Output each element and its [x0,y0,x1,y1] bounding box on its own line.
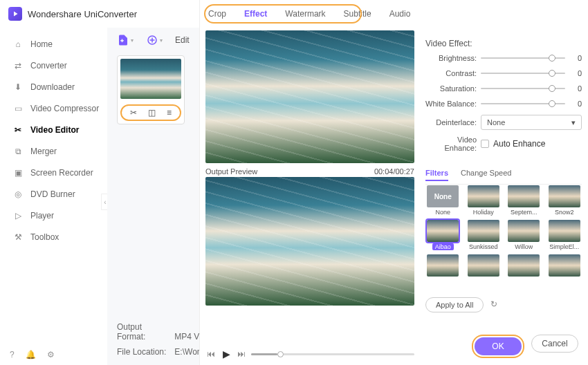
video-effect-title: Video Effect: [425,39,582,48]
crop-icon[interactable]: ◫ [148,108,156,118]
filter-thumb [508,220,540,242]
effect-panel: Crop Effect Watermark Subtitle Audio Out… [199,0,588,365]
compress-icon: ▭ [12,103,24,114]
preview-info: Output Preview 00:04/00:27 [205,167,414,176]
subtab-change-speed[interactable]: Change Speed [461,169,511,181]
refresh-icon[interactable]: ↻ [490,299,502,310]
filter-name: Holiday [473,209,494,216]
sidebar-item-recorder[interactable]: ▣Screen Recorder [0,162,107,183]
sidebar-item-downloader[interactable]: ⬇Downloader [0,76,107,97]
filter-item[interactable]: Sunkissed [466,220,502,250]
tab-subtitle[interactable]: Subtitle [344,9,371,19]
filter-item[interactable] [506,254,542,278]
settings-icon[interactable]: ⚙ [47,350,55,359]
filter-thumb [549,254,580,277]
filter-name: Willow [515,243,533,250]
auto-enhance-checkbox[interactable] [481,140,489,148]
filter-thumb [508,254,540,277]
ok-button[interactable]: OK [475,337,522,355]
player-icon: ▷ [12,210,24,221]
filter-item[interactable]: Holiday [466,185,502,216]
toolbox-icon: ⚒ [12,232,24,243]
seek-bar[interactable] [251,353,414,355]
deinterlace-row: Deinterlace: None▾ [425,115,582,130]
video-effect-controls: Video Effect: Brightness: 0 Contrast: 0 … [425,39,582,158]
filter-item[interactable]: Aibao [425,220,461,250]
thumbnail-tools: ✂ ◫ ≡ [120,104,181,121]
transport-controls: ⏮ ▶ ⏭ [205,348,414,359]
apply-to-all-button[interactable]: Apply to All [425,297,484,312]
tab-crop[interactable]: Crop [208,9,226,19]
saturation-slider[interactable] [481,88,565,89]
filter-item[interactable]: NoneNone [425,185,461,216]
tab-watermark[interactable]: Watermark [285,9,325,19]
preview-output [205,177,414,306]
filter-name: None [435,209,450,216]
filter-thumb [508,185,540,207]
chevron-down-icon: ▾ [160,37,163,44]
bell-icon[interactable]: 🔔 [26,350,36,359]
sidebar: ⌂Home ⇄Converter ⬇Downloader ▭Video Comp… [0,28,107,365]
enhance-label: Video Enhance: [425,135,481,152]
filter-item[interactable]: Willow [506,220,542,250]
edit-button[interactable]: Edit [175,35,190,45]
filter-item[interactable]: Snow2 [547,185,582,216]
filter-name: Septem... [511,209,538,216]
filter-item[interactable] [466,254,502,278]
filter-item[interactable]: Septem... [506,185,542,216]
contrast-slider[interactable] [481,73,565,74]
white-balance-label: White Balance: [425,100,481,108]
filter-grid: NoneNoneHolidaySeptem...Snow2AibaoSunkis… [425,185,582,278]
prev-frame-button[interactable]: ⏮ [205,348,217,359]
help-icon[interactable]: ? [10,350,15,359]
sidebar-item-editor[interactable]: ✂Video Editor [0,119,107,140]
deinterlace-select[interactable]: None▾ [481,115,582,130]
recorder-icon: ▣ [12,167,24,178]
brightness-slider[interactable] [481,57,565,59]
sidebar-item-home[interactable]: ⌂Home [0,33,107,55]
sidebar-item-converter[interactable]: ⇄Converter [0,55,107,76]
tab-audio[interactable]: Audio [389,9,411,19]
filter-thumb [427,254,459,277]
file-location-label: File Location: [117,347,172,357]
add-file-button[interactable]: ▾ [117,34,134,46]
subtab-filters[interactable]: Filters [425,169,448,181]
contrast-value: 0 [565,69,582,77]
cancel-button[interactable]: Cancel [531,335,578,353]
filter-name: Sunkissed [469,243,498,250]
footer-icons: ? 🔔 ⚙ [10,350,55,359]
filter-item[interactable] [547,254,582,278]
cut-icon[interactable]: ✂ [130,108,137,118]
video-thumbnail[interactable]: ✂ ◫ ≡ [117,55,185,124]
more-icon[interactable]: ≡ [167,108,172,118]
tab-effect[interactable]: Effect [244,9,267,19]
filter-item[interactable] [425,254,461,278]
sidebar-item-dvd[interactable]: ◎DVD Burner [0,183,107,205]
auto-enhance-label: Auto Enhance [493,139,545,149]
sidebar-item-compressor[interactable]: ▭Video Compressor [0,97,107,119]
dialog-buttons: OK Cancel [472,335,578,358]
filter-name: Aibao [432,243,454,250]
app-logo [8,7,22,21]
sidebar-item-player[interactable]: ▷Player [0,205,107,226]
ok-highlight-ring: OK [472,335,524,358]
play-button[interactable]: ▶ [221,348,232,359]
output-format-label: Output Format: [117,322,172,341]
contrast-label: Contrast: [425,69,481,77]
add-folder-button[interactable]: ▾ [146,34,163,46]
white-balance-slider[interactable] [481,103,565,104]
filter-thumb [427,220,459,242]
sidebar-item-toolbox[interactable]: ⚒Toolbox [0,226,107,247]
next-frame-button[interactable]: ⏭ [236,348,247,359]
filter-thumb: None [427,185,459,207]
app-title: Wondershare UniConverter [28,9,137,19]
brightness-label: Brightness: [425,54,481,62]
preview-time: 00:04/00:27 [374,167,414,176]
saturation-label: Saturation: [425,84,481,93]
filter-item[interactable]: SimpleEl... [547,220,582,250]
preview-original [205,30,414,163]
saturation-row: Saturation: 0 [425,84,582,93]
sidebar-item-merger[interactable]: ⧉Merger [0,140,107,162]
chevron-down-icon: ▾ [131,37,134,44]
highlight-ring [204,4,362,24]
